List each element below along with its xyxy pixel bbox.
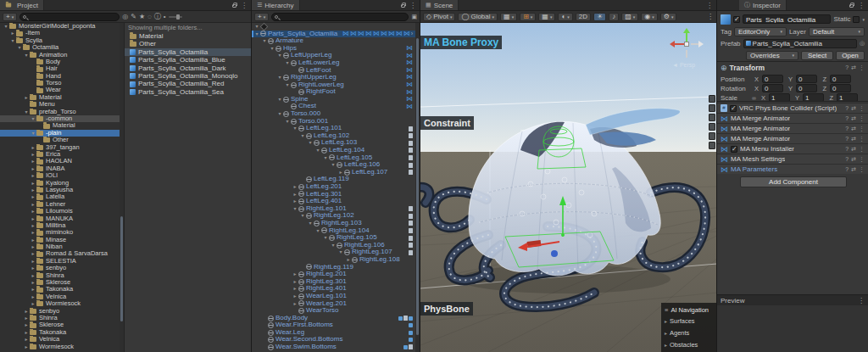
hierarchy-row[interactable]: ▸LeftLeg.401	[252, 198, 420, 205]
project-tree-item[interactable]: ▸senbyo	[0, 308, 124, 315]
foldout-arrow-icon[interactable]: ▸	[30, 272, 36, 279]
project-tree-item[interactable]: Body	[0, 59, 124, 65]
project-file-item[interactable]: Parts_Scylla_Octamilia	[125, 48, 251, 56]
project-tree-item[interactable]: ▸Sklerose	[0, 321, 124, 328]
hierarchy-row[interactable]: ▾LeftLeg.104	[252, 147, 420, 154]
kebab-menu-icon[interactable]: ⋮	[859, 115, 865, 122]
component-ma-merge-animator[interactable]: ⋈MA Merge Animator?⇄⋮	[717, 133, 868, 143]
prefab-picker-icon[interactable]: ◎	[860, 40, 865, 47]
filter-by-label-icon[interactable]: ✎	[131, 11, 136, 23]
lock-icon[interactable]	[232, 4, 236, 8]
kebab-menu-icon[interactable]: ⋮	[706, 2, 713, 9]
foldout-arrow-icon[interactable]: ▸	[292, 191, 298, 198]
hierarchy-row[interactable]: ▾LeftLeg.103	[252, 140, 420, 148]
kebab-menu-icon[interactable]: ⋮	[859, 126, 865, 132]
scene-toolbar-shading-mode[interactable]: ◐▾	[558, 13, 572, 21]
foldout-arrow-icon[interactable]: ▾	[307, 220, 314, 227]
component-ma-menu-installer[interactable]: ⋈MA Menu Installer?⇄⋮	[717, 143, 868, 154]
prefab-object-field[interactable]: Parts_Scylla_Octamilia	[743, 39, 857, 48]
foldout-arrow-icon[interactable]: ▾	[292, 125, 298, 132]
project-tree-item[interactable]: ▾prefab_Torso	[0, 109, 124, 115]
foldout-arrow-icon[interactable]: ▾	[276, 110, 283, 118]
foldout-arrow-icon[interactable]: ▸	[30, 222, 36, 229]
help-icon[interactable]: ?	[845, 136, 849, 142]
presets-icon[interactable]: ⇄	[851, 126, 856, 132]
hierarchy-row[interactable]: ▸WearLeg.101	[252, 293, 420, 300]
orientation-gizmo[interactable]: ◄ Persp	[671, 30, 702, 69]
kebab-menu-icon[interactable]: ⋮	[707, 11, 714, 23]
hierarchy-row[interactable]: ▾RightLeg.105	[252, 234, 420, 242]
hierarchy-row[interactable]: ▸LeftLeg.201	[252, 183, 420, 191]
open-button[interactable]: Open	[836, 51, 865, 60]
foldout-arrow-icon[interactable]: ▸	[30, 265, 36, 271]
project-tree-item[interactable]: ▸senbyo	[0, 265, 124, 271]
foldout-arrow-icon[interactable]: ▸	[292, 198, 298, 205]
project-tree-item[interactable]: ▸Niban	[0, 243, 124, 250]
project-tree-item[interactable]: ▸Milltina	[0, 222, 124, 229]
foldout-arrow-icon[interactable]: ▸	[292, 293, 298, 300]
project-tree-item[interactable]: ▸IOLI	[0, 172, 124, 179]
foldout-arrow-icon[interactable]: ▸	[23, 329, 30, 336]
project-tree-item[interactable]: ▸miminoko	[0, 229, 124, 236]
icon-size-slider[interactable]	[169, 16, 182, 18]
project-tree-item[interactable]: ▸Lehner	[0, 201, 124, 208]
foldout-arrow-icon[interactable]: ▸	[30, 279, 36, 286]
help-icon[interactable]: ?	[845, 126, 849, 132]
foldout-arrow-icon[interactable]: ▾	[299, 132, 306, 140]
hierarchy-row[interactable]: RightLeg.119	[252, 264, 420, 271]
component-ma-merge-animator[interactable]: ⋈MA Merge Animator?⇄⋮	[717, 113, 868, 123]
nav-overlay-item[interactable]: ▸Surfaces	[665, 315, 716, 327]
hierarchy-row[interactable]: Wear.First.Bottoms	[252, 321, 420, 329]
foldout-arrow-icon[interactable]: ▾	[30, 130, 36, 137]
kebab-menu-icon[interactable]: ⋮	[859, 156, 865, 163]
project-tree-item[interactable]: ▸Material	[0, 94, 124, 101]
foldout-arrow-icon[interactable]: ▸	[23, 308, 30, 315]
scene-toolbar-lighting-toggle[interactable]: ☀	[593, 13, 606, 21]
hierarchy-row[interactable]: ▾RightLeg.101	[252, 205, 420, 213]
project-tree-item[interactable]: Menu	[0, 101, 124, 108]
foldout-arrow-icon[interactable]: ▸	[292, 285, 298, 293]
help-icon[interactable]: ?	[845, 166, 849, 173]
kebab-menu-icon[interactable]: ⋮	[859, 146, 865, 153]
foldout-arrow-icon[interactable]: ▾	[307, 140, 314, 148]
scene-toolbar-snap-increment[interactable]: ⊞▾	[520, 13, 536, 21]
foldout-arrow-icon[interactable]: ▸	[30, 243, 36, 250]
component-enabled-checkbox[interactable]	[730, 105, 737, 112]
foldout-arrow-icon[interactable]: ▸	[30, 258, 36, 265]
foldout-arrow-icon[interactable]: ▸	[30, 158, 36, 165]
scene-overlay-stack[interactable]	[709, 95, 715, 149]
project-file-item[interactable]: Material	[125, 32, 251, 40]
hierarchy-row[interactable]: ▸RightLeg.301	[252, 278, 420, 286]
project-tree-item[interactable]: ▸Velnica	[0, 293, 124, 300]
presets-icon[interactable]: ⇄	[851, 146, 856, 153]
hierarchy-row[interactable]: ▾RightLeg.104	[252, 227, 420, 235]
hierarchy-row[interactable]: LeftFoot⋈	[252, 67, 420, 75]
hierarchy-row[interactable]: Body.Body	[252, 315, 420, 322]
presets-icon[interactable]: ⇄	[851, 105, 856, 112]
foldout-arrow-icon[interactable]: ▾	[16, 44, 23, 51]
tag-dropdown[interactable]: EditorOnly▾	[734, 27, 787, 36]
gameobject-name-field[interactable]: Parts_Scylla_Octamilia	[743, 14, 831, 24]
component-ma-merge-animator[interactable]: ⋈MA Merge Animator?⇄⋮	[717, 123, 868, 133]
position-x-field[interactable]: 0	[762, 75, 783, 83]
foldout-arrow-icon[interactable]: ▾	[292, 205, 298, 213]
help-icon[interactable]: ?	[845, 146, 849, 153]
kebab-menu-icon[interactable]: ⋮	[859, 166, 865, 173]
project-tree-item[interactable]: ▸Erica	[0, 151, 124, 158]
project-tree-item[interactable]: Hand	[0, 73, 124, 80]
foldout-arrow-icon[interactable]: ▸	[30, 180, 36, 187]
rotation-z-field[interactable]: 0	[830, 84, 851, 92]
foldout-arrow-icon[interactable]: ▸	[30, 237, 36, 243]
favorites-icon[interactable]: ★	[139, 11, 145, 23]
project-tree-item[interactable]: ▾MonsterGirlModel_poponta	[0, 23, 124, 30]
foldout-arrow-icon[interactable]: ▸	[23, 336, 30, 343]
foldout-arrow-icon[interactable]: ▸	[30, 201, 36, 208]
foldout-arrow-icon[interactable]: ▸	[30, 151, 36, 158]
project-file-item[interactable]: Parts_Scylla_Octamilia_Dark	[125, 64, 251, 72]
project-tree-item[interactable]: ▸Minase	[0, 237, 124, 243]
foldout-arrow-icon[interactable]: ▾	[276, 74, 283, 81]
help-icon[interactable]: ?	[845, 115, 849, 122]
x-axis-icon[interactable]	[674, 43, 684, 45]
foldout-arrow-icon[interactable]: ▾	[337, 249, 344, 256]
hierarchy-row[interactable]: ▸LeftLeg.107	[252, 169, 420, 176]
